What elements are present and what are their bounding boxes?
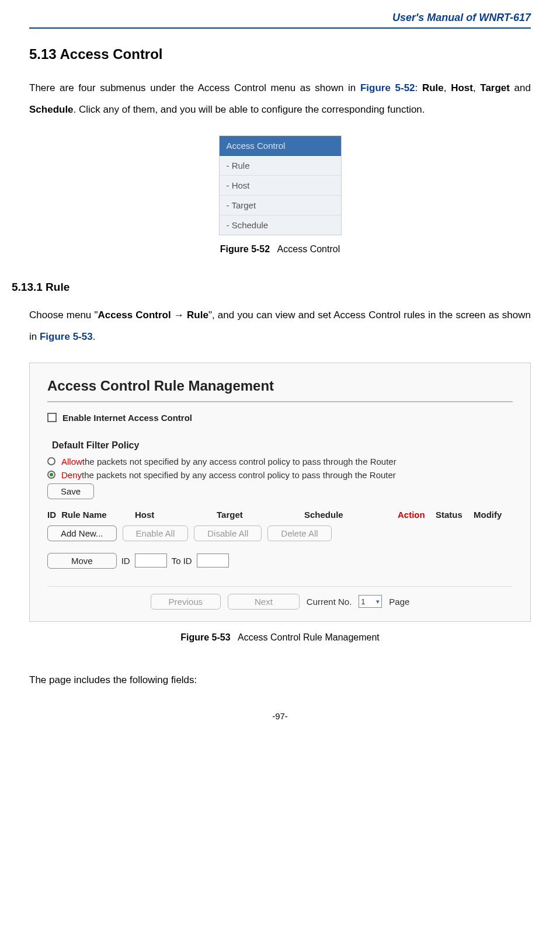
page-value: 1	[361, 597, 365, 606]
intro-paragraph: There are four submenus under the Access…	[29, 77, 531, 121]
subsection-heading: 5.13.1 Rule	[12, 281, 531, 294]
policy-deny-radio[interactable]: Deny the packets not specified by any ac…	[47, 470, 513, 480]
page-number: -97-	[29, 711, 531, 733]
current-no-label: Current No.	[307, 597, 352, 607]
move-row: Move ID To ID	[47, 553, 513, 569]
id-label: ID	[121, 556, 130, 566]
caption-desc: Access Control Rule Management	[238, 632, 380, 642]
section-heading: 5.13 Access Control	[29, 46, 531, 62]
radio-icon	[47, 457, 55, 465]
text: ,	[444, 82, 451, 93]
text: Choose menu "	[29, 309, 98, 321]
next-button[interactable]: Next	[228, 594, 300, 610]
menu-name-target: Target	[480, 82, 510, 93]
caption-label: Figure 5-53	[180, 632, 230, 642]
menu-item-host: - Host	[220, 176, 341, 196]
policy-heading: Default Filter Policy	[52, 440, 513, 451]
save-button[interactable]: Save	[47, 483, 94, 499]
panel-title: Access Control Rule Management	[47, 378, 513, 402]
move-to-id-input[interactable]	[197, 553, 229, 568]
add-new-button[interactable]: Add New...	[47, 525, 117, 541]
figure-ref: Figure 5-52	[360, 82, 415, 93]
caption-label: Figure 5-52	[220, 244, 270, 254]
col-rule-name: Rule Name	[59, 510, 135, 520]
col-schedule: Schedule	[304, 510, 398, 520]
page-select[interactable]: 1 ▾	[359, 595, 382, 608]
enable-all-button[interactable]: Enable All	[123, 525, 189, 541]
menu-name-schedule: Schedule	[29, 104, 74, 115]
menu-item-target: - Target	[220, 196, 341, 215]
rule-management-panel: Access Control Rule Management Enable In…	[29, 363, 531, 622]
enable-access-control-checkbox[interactable]: Enable Internet Access Control	[47, 413, 513, 423]
policy-allow-radio[interactable]: Allow the packets not specified by any a…	[47, 457, 513, 466]
text: ,	[473, 82, 480, 93]
disable-all-button[interactable]: Disable All	[194, 525, 262, 541]
move-button[interactable]: Move	[47, 553, 117, 569]
text: :	[415, 82, 422, 93]
figure-caption-2: Figure 5-53 Access Control Rule Manageme…	[29, 632, 531, 643]
pager: Previous Next Current No. 1 ▾ Page	[47, 594, 513, 610]
header-divider	[29, 27, 531, 29]
doc-header: User's Manual of WNRT-617	[29, 12, 531, 27]
policy-text: the packets not specified by any access …	[82, 457, 396, 466]
menu-name-rule: Rule	[422, 82, 444, 93]
figure-caption-1: Figure 5-52 Access Control	[29, 244, 531, 255]
col-modify: Modify	[474, 510, 502, 520]
text: .	[93, 331, 96, 342]
col-action: Action	[398, 510, 436, 520]
delete-all-button[interactable]: Delete All	[267, 525, 331, 541]
col-id: ID	[47, 510, 59, 520]
trailing-text: The page includes the following fields:	[29, 669, 531, 691]
caption-desc: Access Control	[277, 244, 340, 254]
checkbox-icon	[47, 413, 57, 422]
menu-path: Access Control → Rule	[98, 309, 208, 321]
menu-figure: Access Control - Rule - Host - Target - …	[219, 135, 342, 235]
menu-header: Access Control	[220, 136, 341, 156]
col-target: Target	[217, 510, 304, 520]
rule-table-header: ID Rule Name Host Target Schedule Action…	[47, 510, 513, 520]
move-id-input[interactable]	[135, 553, 167, 568]
previous-button[interactable]: Previous	[151, 594, 221, 610]
checkbox-label: Enable Internet Access Control	[62, 413, 192, 423]
radio-icon	[47, 471, 55, 479]
text: . Click any of them, and you will be abl…	[74, 104, 425, 115]
deny-word: Deny	[61, 470, 82, 480]
policy-text: the packets not specified by any access …	[82, 470, 396, 480]
menu-name-host: Host	[451, 82, 473, 93]
text: and	[510, 82, 531, 93]
allow-word: Allow	[61, 457, 82, 466]
panel-divider	[47, 586, 513, 587]
menu-item-rule: - Rule	[220, 156, 341, 176]
col-status: Status	[436, 510, 474, 520]
subsection-intro: Choose menu "Access Control → Rule", and…	[29, 304, 531, 348]
chevron-down-icon: ▾	[376, 598, 380, 605]
figure-ref: Figure 5-53	[40, 331, 93, 342]
col-host: Host	[135, 510, 217, 520]
text: There are four submenus under the Access…	[29, 82, 360, 93]
menu-item-schedule: - Schedule	[220, 215, 341, 235]
to-id-label: To ID	[172, 556, 192, 566]
page-label: Page	[389, 597, 409, 607]
